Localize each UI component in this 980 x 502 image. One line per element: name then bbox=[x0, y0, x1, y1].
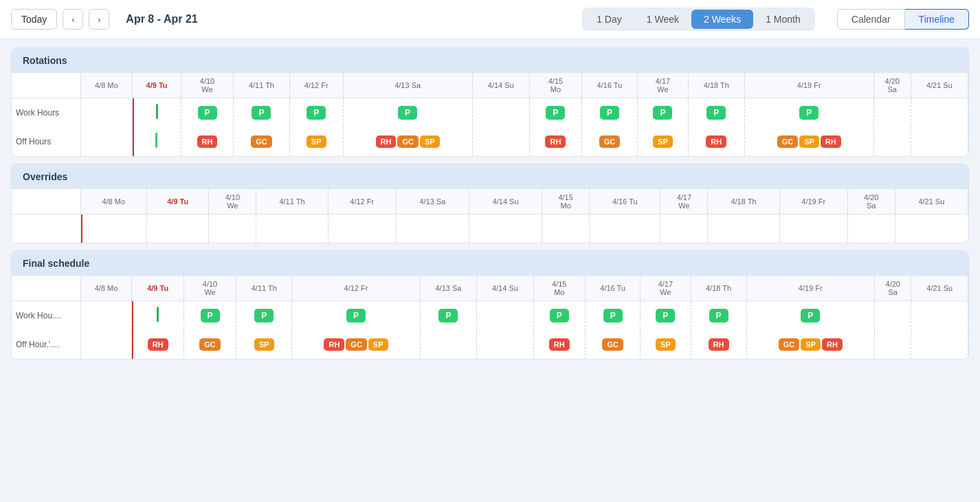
prev-button[interactable]: ‹ bbox=[63, 9, 83, 30]
today-button[interactable]: Today bbox=[11, 9, 57, 30]
chip-sp-4/17[interactable]: SP bbox=[653, 135, 673, 148]
fchip-rh-4/18[interactable]: RH bbox=[709, 338, 729, 351]
fs-col-4/13: 4/13 Sa bbox=[420, 276, 476, 301]
ov-col-4/14: 4/14 Su bbox=[469, 189, 542, 215]
wh-4/20 bbox=[873, 98, 911, 127]
tab-2weeks[interactable]: 2 Weeks bbox=[691, 10, 753, 29]
col-4/18: 4/18 Th bbox=[688, 73, 744, 98]
wh-4/8 bbox=[80, 98, 133, 127]
calendar-mode-button[interactable]: Calendar bbox=[837, 9, 905, 30]
ov-col-4/10: 4/10We bbox=[209, 189, 256, 215]
chips-4/19: GC SP RH bbox=[749, 135, 869, 148]
fchip-gc-4/19[interactable]: GC bbox=[779, 338, 800, 351]
final-off-hours-label: Off Hour.'.... bbox=[12, 330, 80, 359]
chip-rh-4/19b[interactable]: RH bbox=[821, 135, 841, 148]
fs-col-4/12: 4/12 Fr bbox=[292, 276, 420, 301]
next-button[interactable]: › bbox=[89, 9, 109, 30]
foh-4/20 bbox=[875, 330, 911, 359]
fchip-rh-4/15[interactable]: RH bbox=[549, 338, 570, 351]
chip-rh-4/15[interactable]: RH bbox=[545, 135, 566, 148]
fchip-gc-4/10[interactable]: GC bbox=[199, 338, 221, 351]
chip-rh-4/10[interactable]: RH bbox=[197, 135, 218, 148]
col-4/13: 4/13 Sa bbox=[343, 73, 472, 98]
fwh-4/14 bbox=[477, 301, 533, 330]
chip-p-4/12[interactable]: P bbox=[307, 106, 326, 120]
next-icon: › bbox=[98, 14, 100, 25]
chip-p-4/17[interactable]: P bbox=[653, 106, 672, 120]
chip-sp-4/19[interactable]: SP bbox=[799, 135, 819, 148]
fs-col-4/16: 4/16 Tu bbox=[585, 276, 640, 301]
fwh-4/10: P bbox=[183, 301, 236, 330]
final-schedule-header: Final schedule bbox=[12, 251, 968, 276]
chip-gc-4/19[interactable]: GC bbox=[777, 135, 799, 148]
overrides-grid: 4/8 Mo 4/9 Tu 4/10We 4/11 Th 4/12 Fr 4/1… bbox=[12, 189, 968, 243]
fchip-p-4/18[interactable]: P bbox=[709, 309, 728, 323]
fwh-4/20 bbox=[875, 301, 911, 330]
fchip-p-4/15[interactable]: P bbox=[550, 309, 569, 323]
oh-4/13: RH GC SP bbox=[343, 127, 472, 156]
chip-rh-4/18[interactable]: RH bbox=[706, 135, 726, 148]
view-tabs: 1 Day 1 Week 2 Weeks 1 Month bbox=[582, 8, 815, 31]
fchip-sp-4/12[interactable]: SP bbox=[368, 338, 388, 351]
fchip-p-4/12[interactable]: P bbox=[346, 309, 366, 323]
final-today-marker bbox=[157, 307, 159, 322]
chip-p-4/10[interactable]: P bbox=[198, 106, 217, 120]
col-4/12: 4/12 Fr bbox=[289, 73, 343, 98]
tab-1month[interactable]: 1 Month bbox=[753, 10, 813, 29]
oh-4/14 bbox=[472, 127, 529, 156]
fchip-p-4/17[interactable]: P bbox=[656, 309, 675, 323]
fwh-4/15: P bbox=[533, 301, 585, 330]
tab-1day[interactable]: 1 Day bbox=[584, 10, 634, 29]
chip-sp-4/12[interactable]: SP bbox=[307, 135, 326, 148]
fchip-gc-4/16[interactable]: GC bbox=[602, 338, 623, 351]
chip-gc-4/16[interactable]: GC bbox=[599, 135, 621, 148]
app-container: Today ‹ › Apr 8 - Apr 21 1 Day 1 Week 2 … bbox=[0, 0, 980, 502]
fchip-rh-4/9[interactable]: RH bbox=[148, 338, 168, 351]
final-schedule-section: Final schedule 4/8 Mo 4/9 Tu 4/10We 4/11… bbox=[11, 250, 969, 360]
rotations-grid: 4/8 Mo 4/9 Tu 4/10We 4/11 Th 4/12 Fr 4/1… bbox=[12, 73, 968, 156]
foh-4/11: SP bbox=[236, 330, 292, 359]
fchip-gc-4/12[interactable]: GC bbox=[346, 338, 367, 351]
chip-p-4/11[interactable]: P bbox=[252, 106, 271, 120]
chip-p-4/16[interactable]: P bbox=[600, 106, 619, 120]
wh-4/12: P bbox=[289, 98, 343, 127]
fchip-sp-4/17[interactable]: SP bbox=[656, 338, 676, 351]
fwh-4/12: P bbox=[292, 301, 420, 330]
fchip-sp-4/19[interactable]: SP bbox=[801, 338, 821, 351]
wh-4/21 bbox=[911, 98, 968, 127]
fchip-rh-4/12[interactable]: RH bbox=[324, 338, 344, 351]
chip-p-4/15[interactable]: P bbox=[546, 106, 565, 120]
ov-col-4/16: 4/16 Tu bbox=[590, 189, 660, 215]
ov-label bbox=[12, 214, 80, 243]
wh-4/19: P bbox=[744, 98, 873, 127]
today-off-marker bbox=[155, 133, 157, 148]
fchip-p-4/11[interactable]: P bbox=[254, 309, 274, 323]
rotations-off-hours-row: Off Hours RH GC SP RH GC SP bbox=[12, 127, 968, 156]
col-label-header bbox=[12, 73, 80, 98]
work-hours-label: Work Hours bbox=[12, 98, 80, 127]
rotations-header: Rotations bbox=[12, 48, 968, 73]
chip-p-4/19[interactable]: P bbox=[799, 106, 818, 120]
overrides-section: Overrides 4/8 Mo 4/9 Tu 4/10We 4/11 Th 4… bbox=[11, 164, 969, 244]
tab-1week[interactable]: 1 Week bbox=[634, 10, 691, 29]
ov-col-4/11: 4/11 Th bbox=[256, 189, 328, 215]
fchip-p-4/16[interactable]: P bbox=[603, 309, 623, 323]
chip-rh-4/13[interactable]: RH bbox=[376, 135, 397, 148]
chip-p-4/18[interactable]: P bbox=[706, 106, 726, 120]
fchip-p-4/13[interactable]: P bbox=[438, 309, 458, 323]
fwh-4/16: P bbox=[585, 301, 640, 330]
fs-col-4/10: 4/10We bbox=[183, 276, 236, 301]
fchips-4/12: RH GC SP bbox=[296, 338, 415, 351]
chip-gc-4/13[interactable]: GC bbox=[397, 135, 419, 148]
fchip-p-4/19[interactable]: P bbox=[801, 309, 820, 323]
timeline-mode-button[interactable]: Timeline bbox=[905, 9, 969, 30]
fchip-rh-4/19b[interactable]: RH bbox=[822, 338, 843, 351]
chip-p-4/13[interactable]: P bbox=[398, 106, 417, 120]
fchips-4/19: GC SP RH bbox=[751, 338, 870, 351]
ov-col-4/15: 4/15Mo bbox=[542, 189, 590, 215]
fchip-sp-4/11[interactable]: SP bbox=[254, 338, 274, 351]
fchip-p-4/10[interactable]: P bbox=[201, 309, 220, 323]
final-work-hours-label: Work Hou.... bbox=[12, 301, 80, 330]
chip-gc-4/11[interactable]: GC bbox=[251, 135, 272, 148]
chip-sp-4/13[interactable]: SP bbox=[420, 135, 440, 148]
